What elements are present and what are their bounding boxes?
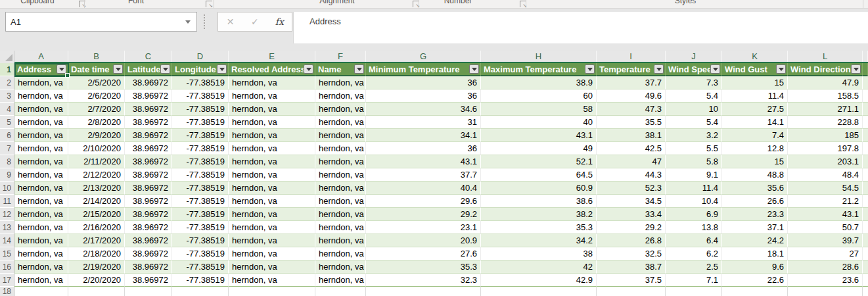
cell-D17[interactable]: -77.38519 bbox=[172, 274, 229, 287]
column-header-G[interactable]: G bbox=[366, 51, 481, 62]
cell-I11[interactable]: 34.5 bbox=[597, 195, 666, 208]
cell-B13[interactable]: 2/16/2020 bbox=[68, 221, 125, 234]
cell-C12[interactable]: 38.96972 bbox=[125, 208, 172, 221]
header-cell-E1[interactable]: Resolved Address bbox=[229, 63, 315, 76]
cell-L11[interactable]: 21.2 bbox=[788, 195, 863, 208]
cell-H14[interactable]: 34.2 bbox=[481, 234, 597, 247]
filter-button[interactable] bbox=[217, 64, 227, 74]
cell-L9[interactable]: 48.4 bbox=[788, 168, 863, 182]
cell-J15[interactable]: 6.2 bbox=[666, 247, 722, 260]
cell-H17[interactable]: 42.9 bbox=[481, 274, 597, 287]
cell-G15[interactable]: 27.6 bbox=[366, 247, 481, 260]
cell-B17[interactable]: 2/20/2020 bbox=[68, 274, 125, 287]
cell-H2[interactable]: 38.9 bbox=[481, 76, 597, 89]
cell-K8[interactable]: 15 bbox=[722, 155, 788, 168]
cell-H4[interactable]: 58 bbox=[481, 103, 597, 116]
chevron-down-icon[interactable] bbox=[185, 20, 191, 24]
cell-D11[interactable]: -77.38519 bbox=[172, 195, 229, 208]
cell-J13[interactable]: 13.8 bbox=[666, 221, 722, 234]
row-header-12[interactable]: 12 bbox=[0, 208, 14, 221]
cell-K13[interactable]: 37.1 bbox=[722, 221, 788, 234]
header-cell-F1[interactable]: Name bbox=[315, 63, 366, 76]
cell-F15[interactable]: herndon, va bbox=[315, 247, 366, 260]
cell-C5[interactable]: 38.96972 bbox=[125, 116, 172, 129]
cell-I15[interactable]: 32.5 bbox=[597, 247, 666, 260]
cell-J5[interactable]: 5.4 bbox=[666, 116, 722, 129]
cell-K2[interactable]: 15 bbox=[722, 76, 788, 89]
header-cell-L1[interactable]: Wind Direction bbox=[788, 63, 863, 76]
enter-icon[interactable]: ✓ bbox=[245, 16, 265, 27]
column-header-H[interactable]: H bbox=[481, 51, 597, 62]
cell-E17[interactable]: herndon, va bbox=[229, 274, 315, 287]
cell-F16[interactable]: herndon, va bbox=[315, 260, 366, 274]
cell-H3[interactable]: 60 bbox=[481, 89, 597, 103]
cell-H8[interactable]: 52.1 bbox=[481, 155, 597, 168]
cell-K14[interactable]: 24.2 bbox=[722, 234, 788, 247]
cell-L17[interactable]: 23.6 bbox=[788, 274, 863, 287]
cell-E8[interactable]: herndon, va bbox=[229, 155, 315, 168]
cell-E16[interactable]: herndon, va bbox=[229, 260, 315, 274]
row-header-16[interactable]: 16 bbox=[0, 260, 14, 274]
cell-K18[interactable] bbox=[722, 287, 788, 296]
cell-K3[interactable]: 11.4 bbox=[722, 89, 788, 103]
filter-button[interactable] bbox=[654, 64, 664, 74]
cell-E2[interactable]: herndon, va bbox=[229, 76, 315, 89]
cell-I7[interactable]: 42.5 bbox=[597, 142, 666, 155]
cell-E10[interactable]: herndon, va bbox=[229, 182, 315, 195]
cancel-icon[interactable]: ✕ bbox=[221, 16, 240, 27]
cell-B5[interactable]: 2/8/2020 bbox=[68, 116, 125, 129]
row-header-4[interactable]: 4 bbox=[0, 103, 14, 116]
cell-C8[interactable]: 38.96972 bbox=[125, 155, 172, 168]
cell-H7[interactable]: 49 bbox=[481, 142, 597, 155]
header-cell-J1[interactable]: Wind Speed bbox=[666, 63, 722, 76]
cell-B10[interactable]: 2/13/2020 bbox=[68, 182, 125, 195]
cell-D18[interactable] bbox=[172, 287, 229, 296]
cell-L3[interactable]: 158.5 bbox=[788, 89, 863, 103]
cell-C4[interactable]: 38.96972 bbox=[125, 103, 172, 116]
filter-button[interactable] bbox=[710, 64, 720, 74]
row-header-13[interactable]: 13 bbox=[0, 221, 14, 234]
cell-G13[interactable]: 23.1 bbox=[366, 221, 481, 234]
cell-D4[interactable]: -77.38519 bbox=[172, 103, 229, 116]
cell-I17[interactable]: 37.5 bbox=[597, 274, 666, 287]
cell-I2[interactable]: 37.7 bbox=[597, 76, 666, 89]
row-header-6[interactable]: 6 bbox=[0, 129, 14, 142]
cell-L16[interactable]: 28.6 bbox=[788, 260, 863, 274]
cell-J11[interactable]: 10.4 bbox=[666, 195, 722, 208]
cell-G5[interactable]: 31 bbox=[366, 116, 481, 129]
header-cell-K1[interactable]: Wind Gust bbox=[722, 63, 788, 76]
filter-button[interactable] bbox=[776, 64, 786, 74]
cell-C14[interactable]: 38.96972 bbox=[125, 234, 172, 247]
cell-J8[interactable]: 5.8 bbox=[666, 155, 722, 168]
cell-L10[interactable]: 54.5 bbox=[788, 182, 863, 195]
cell-I4[interactable]: 47.3 bbox=[597, 103, 666, 116]
filter-button[interactable] bbox=[851, 64, 861, 74]
cell-B11[interactable]: 2/14/2020 bbox=[68, 195, 125, 208]
cell-H6[interactable]: 43.1 bbox=[481, 129, 597, 142]
cell-K12[interactable]: 23.3 bbox=[722, 208, 788, 221]
cell-H9[interactable]: 64.5 bbox=[481, 168, 597, 182]
cell-L4[interactable]: 271.1 bbox=[788, 103, 863, 116]
cell-C10[interactable]: 38.96972 bbox=[125, 182, 172, 195]
cell-B12[interactable]: 2/15/2020 bbox=[68, 208, 125, 221]
cell-G11[interactable]: 29.6 bbox=[366, 195, 481, 208]
cell-F3[interactable]: herndon, va bbox=[315, 89, 366, 103]
cell-K15[interactable]: 18.1 bbox=[722, 247, 788, 260]
cell-D10[interactable]: -77.38519 bbox=[172, 182, 229, 195]
column-header-K[interactable]: K bbox=[722, 51, 788, 62]
cell-B16[interactable]: 2/19/2020 bbox=[68, 260, 125, 274]
cell-J6[interactable]: 3.2 bbox=[666, 129, 722, 142]
cell-D9[interactable]: -77.38519 bbox=[172, 168, 229, 182]
cell-B2[interactable]: 2/5/2020 bbox=[68, 76, 125, 89]
cell-A14[interactable]: herndon, va bbox=[14, 234, 68, 247]
cell-H11[interactable]: 38.6 bbox=[481, 195, 597, 208]
cell-L18[interactable] bbox=[788, 287, 863, 296]
cell-G8[interactable]: 43.1 bbox=[366, 155, 481, 168]
cell-L15[interactable]: 27 bbox=[788, 247, 863, 260]
dialog-launcher-icon[interactable]: ↘ bbox=[206, 1, 212, 7]
column-header-D[interactable]: D bbox=[172, 51, 229, 62]
row-header-2[interactable]: 2 bbox=[0, 76, 14, 89]
cell-E12[interactable]: herndon, va bbox=[229, 208, 315, 221]
cell-K4[interactable]: 27.5 bbox=[722, 103, 788, 116]
cell-F13[interactable]: herndon, va bbox=[315, 221, 366, 234]
